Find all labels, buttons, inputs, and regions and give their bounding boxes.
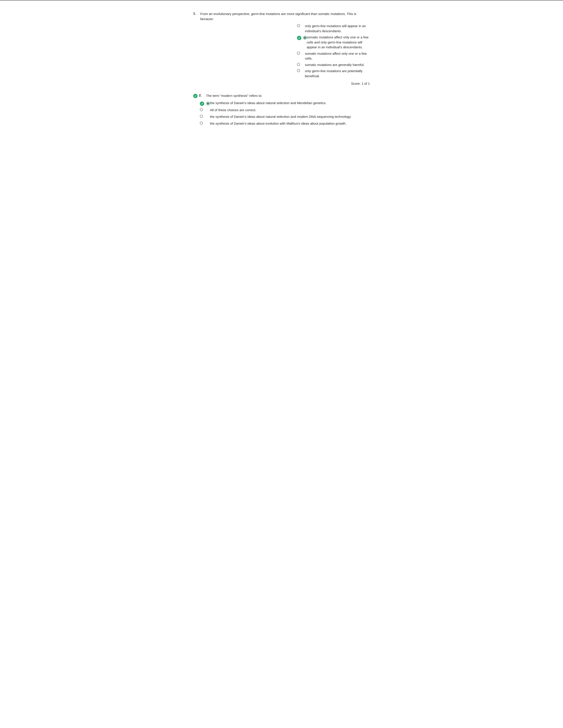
q1-answer-row-1: only germ-line mutations will appear in … [297,24,370,34]
q2-answer-row-3: the synthesis of Darwin's ideas about na… [200,114,370,119]
q1-answer-text-5: only germ-line mutations are potentially… [305,69,370,79]
q1-radio-2[interactable] [297,35,307,40]
q2-radio-2[interactable] [200,108,210,111]
question-1-block: 1. From an evolutionary perspective, ger… [193,11,370,85]
q2-answer-row-2: All of these choices are correct. [200,108,370,113]
q2-answer-row-4: the synthesis of Darwin's ideas about ev… [200,121,370,126]
q2-answer-text-4: the synthesis of Darwin's ideas about ev… [210,121,347,126]
page-content: 1. From an evolutionary perspective, ger… [186,7,377,143]
question-1-answers: only germ-line mutations will appear in … [193,24,370,85]
q2-radio-3[interactable] [200,115,210,118]
question-1-header: 1. From an evolutionary perspective, ger… [193,11,370,21]
q1-answer-row-4: somatic mutations are generally harmful. [297,62,370,68]
question-1-text: From an evolutionary perspective, germ-l… [200,11,370,21]
q1-answer-text-2: somatic mutations affect only one or a f… [307,35,370,50]
q1-radio-4[interactable] [297,63,305,66]
selected-radio-2[interactable] [206,102,210,105]
radio-dot [304,37,306,39]
q1-radio-3[interactable] [297,52,305,55]
question-2-correct-badge [193,94,197,98]
question-2-number: 2. [199,93,205,97]
correct-badge [297,36,302,40]
radio-button[interactable] [200,108,203,111]
question-2-block: 2. The term “modern synthesis” refers to… [193,93,370,126]
q2-answer-row-1: the synthesis of Darwin's ideas about na… [200,101,370,106]
q1-answer-row-3: somatic mutations affect only one or a f… [297,51,370,61]
q2-answer-text-1: the synthesis of Darwin's ideas about na… [210,101,326,106]
top-border [0,0,563,0]
question-2-answers: the synthesis of Darwin's ideas about na… [200,101,370,126]
radio-button[interactable] [297,24,300,27]
selected-radio[interactable] [303,36,307,39]
q2-radio-1[interactable] [200,101,210,106]
question-2-text: The term “modern synthesis” refers to: [206,93,262,98]
q2-answer-text-3: the synthesis of Darwin's ideas about na… [210,114,351,119]
q1-answer-text-1: only germ-line mutations will appear in … [305,24,370,34]
q1-answer-row-5: only germ-line mutations are potentially… [297,69,370,79]
radio-button[interactable] [297,52,300,55]
q1-answer-row-2: somatic mutations affect only one or a f… [297,35,370,50]
q2-answer-text-2: All of these choices are correct. [210,108,256,113]
radio-button[interactable] [297,63,300,66]
q1-answer-text-3: somatic mutations affect only one or a f… [305,51,370,61]
radio-dot-2 [207,103,209,104]
q1-radio-5[interactable] [297,69,305,72]
correct-badge-2 [200,101,204,106]
question-1-number: 1. [193,11,199,15]
question-1-score: Score: 1 of 1 [351,82,370,85]
q2-radio-4[interactable] [200,122,210,125]
radio-button[interactable] [200,122,203,125]
q1-answer-text-4: somatic mutations are generally harmful. [305,62,365,68]
radio-button[interactable] [200,115,203,118]
q1-radio-1[interactable] [297,24,305,27]
radio-button[interactable] [297,69,300,72]
question-2-header: 2. The term “modern synthesis” refers to… [193,93,370,98]
